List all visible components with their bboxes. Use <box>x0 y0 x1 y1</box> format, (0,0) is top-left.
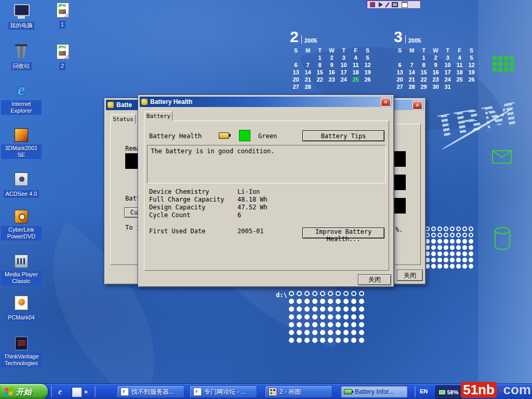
desktop-icon-label: Media Player Classic <box>1 271 42 285</box>
dot <box>336 330 341 335</box>
battery-health-dialog: Battery Health Battery Battery Health Gr… <box>138 95 394 287</box>
media-icon[interactable] <box>370 2 375 7</box>
close-dialog-button[interactable]: 关闭 <box>358 274 391 285</box>
dot <box>431 258 436 262</box>
dot <box>320 307 325 312</box>
calendar-day <box>466 84 477 91</box>
start-button[interactable]: 开始 <box>0 384 48 399</box>
dot <box>450 227 455 231</box>
dot <box>469 233 473 237</box>
my-computer-icon <box>12 3 30 19</box>
close-button[interactable] <box>413 101 422 110</box>
dot <box>328 338 333 343</box>
close-button[interactable] <box>381 98 391 107</box>
battery-percent: 58% <box>447 389 458 395</box>
calendar-day: 29 <box>418 84 430 91</box>
desktop-file-2[interactable]: JPG 2 <box>51 44 74 70</box>
dot <box>297 330 302 335</box>
tab-status[interactable]: Status <box>111 114 136 124</box>
desktop-icon-internet-explorer[interactable]: Internet Explorer <box>1 83 42 115</box>
close-window-button[interactable]: 关闭 <box>397 270 423 281</box>
detail-value: 6 <box>237 211 241 219</box>
calendar-day: 21 <box>302 76 314 84</box>
display-icon[interactable] <box>392 2 398 7</box>
dot <box>297 322 302 327</box>
dot <box>289 314 294 320</box>
watermark-right: com <box>503 382 531 398</box>
dot <box>343 338 349 343</box>
dot <box>469 245 473 250</box>
dot <box>312 330 317 335</box>
floating-toolbar[interactable] <box>367 1 421 9</box>
calendar-day-header: T <box>442 47 454 55</box>
notes-icon[interactable] <box>402 2 408 8</box>
dot <box>431 233 436 237</box>
calendar-day: 11 <box>454 62 466 69</box>
dot <box>469 258 473 262</box>
battery-icon <box>439 390 445 394</box>
calendar-day <box>394 55 406 62</box>
dot-grid <box>289 291 367 345</box>
calendar-day <box>454 84 466 91</box>
detail-value: 47.52 Wh <box>237 204 268 211</box>
dot <box>289 307 294 312</box>
envelope-icon <box>491 150 512 164</box>
window-title: Batte <box>116 101 132 109</box>
desktop-icon-thinkvantage[interactable]: ThinkVantage Technologies <box>1 336 42 367</box>
thinkvantage-icon <box>12 336 30 351</box>
quicklaunch-show-desktop-icon[interactable] <box>72 387 82 397</box>
quicklaunch-overflow-chevron[interactable]: » <box>84 388 88 395</box>
calendar-header: 3 2005 <box>394 29 477 45</box>
dot <box>351 322 356 327</box>
taskbar-item-forum[interactable]: 专门网论坛 - ... <box>190 385 257 398</box>
tray-battery[interactable]: 58% <box>435 385 462 399</box>
calendar-day-header: S <box>394 47 406 55</box>
dialog-titlebar[interactable]: Battery Health <box>140 97 392 107</box>
dot <box>343 314 349 320</box>
calendar-day: 16 <box>430 69 442 76</box>
calendar-day: 20 <box>394 76 406 84</box>
desktop: IBM d:\ 2 2005 SMTWTFS123456789101112131… <box>0 0 532 399</box>
desktop-icon-pcmark04[interactable]: PCMark04 <box>1 295 42 322</box>
calendar-day <box>362 84 374 91</box>
dot <box>336 314 341 320</box>
dot <box>444 251 448 256</box>
calendar-grid: SMTWTFS123456789101112131415161718192021… <box>394 47 477 91</box>
desktop-icon-acdsee[interactable]: ACDSee 4.0 <box>1 171 42 198</box>
meter-block <box>394 175 406 190</box>
taskbar-item-paint[interactable]: 2 - 画图 <box>265 385 332 398</box>
calendar-day <box>338 84 350 91</box>
taskbar-item-server-not-found[interactable]: 找不到服务器... <box>117 385 184 398</box>
tab-battery[interactable]: Battery <box>144 111 172 121</box>
percent-label: %. <box>395 226 403 233</box>
dot <box>359 307 364 312</box>
quicklaunch-ie-icon[interactable] <box>58 387 68 396</box>
taskbar-item-battery-information[interactable]: Battery Infor... <box>340 385 408 398</box>
calendar-day: 15 <box>314 69 326 76</box>
tab-label: Status <box>113 116 134 123</box>
dot <box>456 258 461 262</box>
volume-icon[interactable] <box>379 2 383 7</box>
calendar-day: 1 <box>418 55 430 62</box>
pen-icon[interactable] <box>385 2 390 8</box>
calendar-day: 17 <box>442 69 454 76</box>
dot <box>456 251 461 256</box>
dot <box>304 307 310 312</box>
jpg-badge: JPG <box>58 45 66 49</box>
improve-battery-health-button[interactable]: Improve Battery Health... <box>302 228 384 238</box>
desktop-icon-powerdvd[interactable]: CyberLink PowerDVD <box>1 209 42 241</box>
battery-tips-button[interactable]: Battery Tips <box>302 130 384 141</box>
desktop-file-1[interactable]: JPG 1 <box>51 2 74 29</box>
jpg-badge: JPG <box>58 3 66 8</box>
desktop-icon-media-player-classic[interactable]: Media Player Classic <box>1 254 42 285</box>
desktop-icon-recycle-bin[interactable]: 回收站 <box>1 44 42 70</box>
file-label: 1 <box>59 21 65 29</box>
battery-icon <box>344 389 352 394</box>
windows-logo-icon <box>5 387 13 396</box>
dot <box>336 338 341 343</box>
dot <box>359 291 364 296</box>
drive-label: d:\ <box>276 291 287 299</box>
desktop-icon-my-computer[interactable]: 我的电脑 <box>1 3 42 30</box>
desktop-icon-3dmark2001[interactable]: 3DMark2001 SE <box>1 127 42 159</box>
language-indicator[interactable]: EN <box>420 388 428 394</box>
